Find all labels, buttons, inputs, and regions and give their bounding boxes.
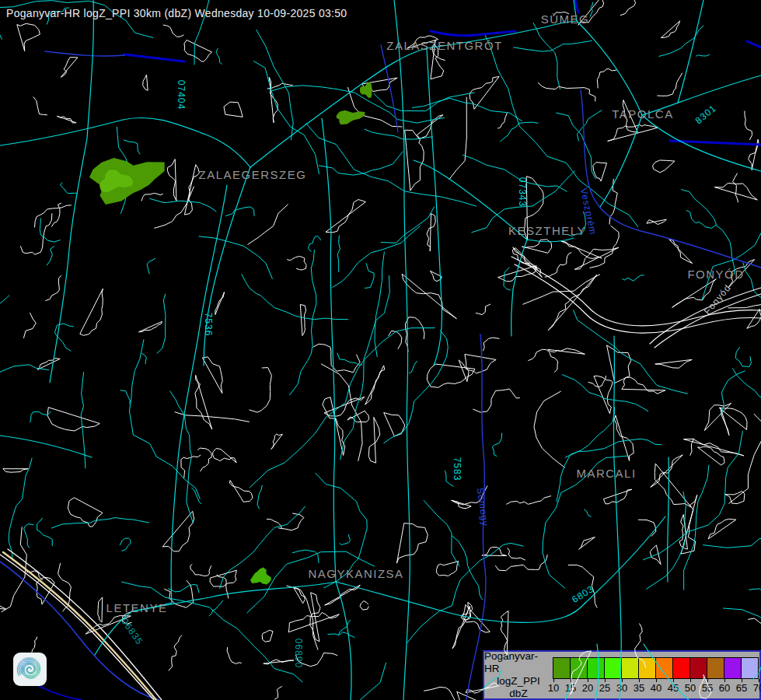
map-line — [375, 252, 384, 357]
map-line — [735, 348, 751, 367]
map-line — [394, 0, 410, 700]
map-line — [32, 637, 37, 652]
map-line — [613, 336, 621, 700]
map-line — [147, 258, 155, 274]
map-line — [120, 538, 131, 551]
map-line — [523, 275, 600, 304]
radar-echo — [99, 170, 133, 193]
map-line — [155, 187, 194, 228]
map-line — [313, 344, 360, 373]
map-line — [733, 369, 761, 413]
legend-tick-60: 60 — [719, 682, 730, 694]
map-line — [659, 26, 703, 56]
map-line — [213, 449, 236, 463]
map-line — [163, 512, 194, 551]
map-line — [129, 340, 200, 499]
legend-site-label: Poganyvar-HR — [484, 650, 553, 675]
road-label-7536: 7536 — [203, 313, 214, 337]
map-line — [122, 582, 303, 682]
map-line — [534, 391, 565, 467]
map-line — [655, 464, 691, 507]
map-line — [557, 407, 615, 502]
map-line — [470, 77, 499, 110]
map-line — [253, 61, 319, 174]
map-line — [325, 586, 360, 606]
map-line — [337, 353, 362, 365]
map-line — [336, 582, 351, 700]
map-line — [325, 397, 365, 417]
radar-echo — [360, 82, 372, 98]
map-line — [165, 580, 194, 607]
map-line — [703, 514, 761, 548]
road-label-6803: 6803 — [570, 583, 595, 605]
map-line — [321, 364, 362, 460]
map-line — [452, 500, 471, 508]
map-line — [749, 618, 761, 647]
map-line — [2, 527, 26, 612]
map-line — [270, 86, 444, 123]
map-line — [484, 33, 638, 226]
map-line — [68, 498, 102, 527]
map-line — [3, 469, 28, 472]
map-line — [498, 114, 508, 129]
map-line — [465, 355, 496, 373]
map-line — [424, 500, 459, 565]
map-line — [389, 331, 402, 348]
map-line — [561, 241, 602, 258]
map-line — [381, 45, 398, 132]
map-line — [529, 349, 558, 372]
map-line — [651, 455, 682, 487]
map-line — [724, 579, 761, 643]
map-line — [33, 97, 47, 115]
map-line — [80, 289, 103, 336]
map-line — [743, 263, 761, 317]
map-line — [216, 48, 222, 64]
map-line — [210, 571, 236, 587]
legend-cell-55-60 — [707, 658, 724, 678]
map-line — [250, 368, 272, 412]
map-line — [538, 83, 595, 102]
map-line — [267, 83, 292, 89]
city-label-zalaszentgr-t: ZALASZENTGRÓT — [386, 39, 503, 52]
map-line — [427, 48, 442, 366]
map-line — [725, 492, 745, 504]
city-label-nagykanizsa: NAGYKANIZSA — [308, 567, 403, 580]
map-line — [721, 371, 745, 415]
legend-panel: Poganyvar-HR logZ_PPI dbZ 10152025303540… — [483, 650, 761, 700]
map-layer — [0, 0, 761, 700]
map-line — [224, 102, 243, 117]
map-line — [600, 115, 642, 207]
map-line — [594, 376, 613, 413]
map-line — [669, 240, 692, 264]
map-line — [37, 359, 59, 369]
map-line — [271, 434, 282, 449]
map-line — [264, 660, 293, 664]
map-line — [749, 589, 761, 592]
map-line — [678, 0, 703, 103]
map-line — [609, 179, 617, 224]
map-line — [670, 141, 761, 145]
map-line — [215, 292, 225, 314]
map-line — [397, 523, 428, 563]
map-line — [192, 488, 201, 504]
map-line — [37, 518, 53, 545]
map-line — [747, 41, 761, 47]
map-line — [498, 266, 536, 282]
legend-cell-10-15 — [553, 658, 570, 678]
legend-tick-25: 25 — [599, 682, 610, 694]
city-label-letenye: LETENYE — [106, 601, 168, 614]
spiral-icon — [16, 655, 44, 684]
map-line — [21, 214, 52, 255]
map-line — [294, 587, 305, 603]
map-line — [326, 200, 365, 233]
legend-cell-30-35 — [622, 658, 638, 678]
road-label-7583: 7583 — [452, 457, 463, 481]
map-line — [650, 288, 761, 344]
legend-cell-40-45 — [656, 658, 672, 678]
map-line — [250, 48, 427, 167]
map-line — [507, 496, 551, 505]
map-line — [242, 275, 348, 320]
legend-tick-10: 10 — [548, 682, 559, 694]
map-line — [662, 21, 680, 37]
city-label-s-meg: SÜMEG — [541, 12, 590, 26]
